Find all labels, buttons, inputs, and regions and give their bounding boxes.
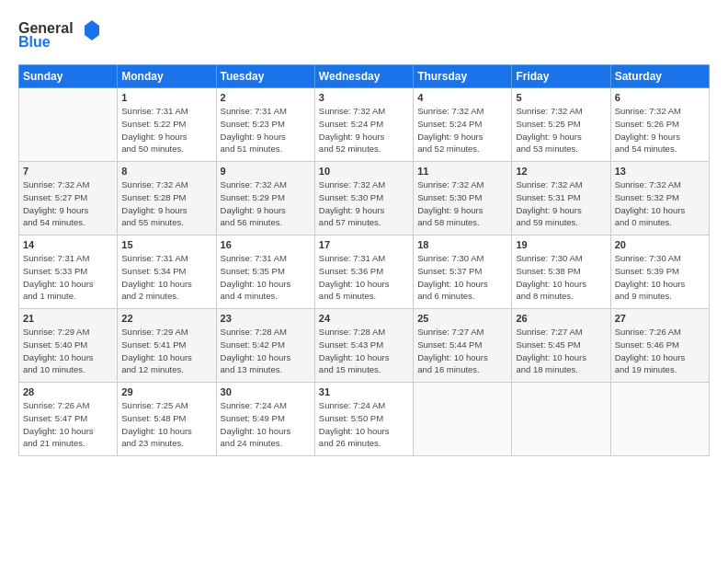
day-info: Sunrise: 7:31 AM Sunset: 5:22 PM Dayligh…	[121, 105, 211, 155]
day-number: 26	[516, 313, 606, 324]
calendar-cell: 25Sunrise: 7:27 AM Sunset: 5:44 PM Dayli…	[414, 309, 512, 383]
header-area: General Blue	[18, 15, 710, 55]
day-info: Sunrise: 7:32 AM Sunset: 5:32 PM Dayligh…	[615, 178, 705, 229]
day-number: 20	[615, 239, 705, 250]
calendar-cell: 7Sunrise: 7:32 AM Sunset: 5:27 PM Daylig…	[19, 162, 118, 236]
calendar-cell	[512, 383, 610, 456]
calendar-cell: 19Sunrise: 7:30 AM Sunset: 5:38 PM Dayli…	[512, 236, 610, 309]
day-number: 3	[319, 92, 409, 103]
calendar-cell: 24Sunrise: 7:28 AM Sunset: 5:43 PM Dayli…	[314, 309, 413, 383]
day-number: 17	[319, 239, 409, 250]
day-info: Sunrise: 7:30 AM Sunset: 5:39 PM Dayligh…	[615, 252, 705, 303]
day-number: 25	[417, 313, 507, 324]
calendar-cell: 27Sunrise: 7:26 AM Sunset: 5:46 PM Dayli…	[610, 309, 709, 383]
weekday-header-tuesday: Tuesday	[216, 65, 314, 88]
calendar-week-row: 28Sunrise: 7:26 AM Sunset: 5:47 PM Dayli…	[19, 383, 710, 456]
main-container: General Blue SundayMondayTuesdayWednesda…	[0, 0, 728, 465]
calendar-cell: 13Sunrise: 7:32 AM Sunset: 5:32 PM Dayli…	[610, 162, 709, 236]
calendar-cell: 15Sunrise: 7:31 AM Sunset: 5:34 PM Dayli…	[118, 236, 216, 309]
day-number: 14	[23, 239, 113, 250]
calendar-cell: 29Sunrise: 7:25 AM Sunset: 5:48 PM Dayli…	[118, 383, 216, 456]
calendar-cell: 10Sunrise: 7:32 AM Sunset: 5:30 PM Dayli…	[314, 162, 413, 236]
calendar-cell: 6Sunrise: 7:32 AM Sunset: 5:26 PM Daylig…	[610, 88, 709, 162]
day-info: Sunrise: 7:26 AM Sunset: 5:47 PM Dayligh…	[23, 399, 113, 450]
day-number: 4	[417, 92, 507, 103]
calendar-cell: 17Sunrise: 7:31 AM Sunset: 5:36 PM Dayli…	[314, 236, 413, 309]
day-number: 8	[121, 166, 211, 177]
day-info: Sunrise: 7:28 AM Sunset: 5:42 PM Dayligh…	[221, 326, 311, 376]
weekday-header-thursday: Thursday	[414, 65, 512, 88]
day-number: 6	[615, 92, 705, 103]
day-number: 12	[516, 166, 606, 177]
day-number: 19	[516, 239, 606, 250]
calendar-cell: 14Sunrise: 7:31 AM Sunset: 5:33 PM Dayli…	[19, 236, 118, 309]
calendar-cell: 3Sunrise: 7:32 AM Sunset: 5:24 PM Daylig…	[314, 88, 413, 162]
calendar-cell: 18Sunrise: 7:30 AM Sunset: 5:37 PM Dayli…	[414, 236, 512, 309]
day-number: 29	[121, 386, 211, 397]
weekday-header-wednesday: Wednesday	[314, 65, 413, 88]
weekday-header-sunday: Sunday	[19, 65, 118, 88]
weekday-header-monday: Monday	[118, 65, 216, 88]
calendar-cell: 30Sunrise: 7:24 AM Sunset: 5:49 PM Dayli…	[216, 383, 314, 456]
calendar-cell: 11Sunrise: 7:32 AM Sunset: 5:30 PM Dayli…	[414, 162, 512, 236]
svg-text:Blue: Blue	[18, 34, 51, 50]
calendar-table: SundayMondayTuesdayWednesdayThursdayFrid…	[18, 64, 710, 456]
calendar-cell: 1Sunrise: 7:31 AM Sunset: 5:22 PM Daylig…	[118, 88, 216, 162]
calendar-cell: 9Sunrise: 7:32 AM Sunset: 5:29 PM Daylig…	[216, 162, 314, 236]
day-number: 15	[121, 239, 211, 250]
day-info: Sunrise: 7:32 AM Sunset: 5:24 PM Dayligh…	[417, 105, 507, 155]
calendar-cell	[610, 383, 709, 456]
day-info: Sunrise: 7:32 AM Sunset: 5:31 PM Dayligh…	[516, 178, 606, 229]
day-info: Sunrise: 7:27 AM Sunset: 5:44 PM Dayligh…	[417, 326, 507, 376]
day-number: 2	[221, 92, 311, 103]
day-number: 18	[417, 239, 507, 250]
calendar-cell: 20Sunrise: 7:30 AM Sunset: 5:39 PM Dayli…	[610, 236, 709, 309]
day-number: 24	[319, 313, 409, 324]
calendar-cell: 8Sunrise: 7:32 AM Sunset: 5:28 PM Daylig…	[118, 162, 216, 236]
calendar-cell: 21Sunrise: 7:29 AM Sunset: 5:40 PM Dayli…	[19, 309, 118, 383]
day-number: 30	[221, 386, 311, 397]
weekday-header-row: SundayMondayTuesdayWednesdayThursdayFrid…	[19, 65, 710, 88]
day-number: 9	[221, 166, 311, 177]
day-info: Sunrise: 7:28 AM Sunset: 5:43 PM Dayligh…	[319, 326, 409, 376]
day-info: Sunrise: 7:25 AM Sunset: 5:48 PM Dayligh…	[121, 399, 211, 450]
day-info: Sunrise: 7:30 AM Sunset: 5:37 PM Dayligh…	[417, 252, 507, 303]
day-info: Sunrise: 7:31 AM Sunset: 5:36 PM Dayligh…	[319, 252, 409, 303]
day-number: 11	[417, 166, 507, 177]
day-number: 1	[121, 92, 211, 103]
calendar-cell: 12Sunrise: 7:32 AM Sunset: 5:31 PM Dayli…	[512, 162, 610, 236]
day-info: Sunrise: 7:29 AM Sunset: 5:41 PM Dayligh…	[121, 326, 211, 376]
day-info: Sunrise: 7:32 AM Sunset: 5:30 PM Dayligh…	[417, 178, 507, 229]
weekday-header-saturday: Saturday	[610, 65, 709, 88]
day-info: Sunrise: 7:32 AM Sunset: 5:26 PM Dayligh…	[615, 105, 705, 155]
day-number: 16	[221, 239, 311, 250]
day-info: Sunrise: 7:31 AM Sunset: 5:23 PM Dayligh…	[221, 105, 311, 155]
calendar-cell: 26Sunrise: 7:27 AM Sunset: 5:45 PM Dayli…	[512, 309, 610, 383]
calendar-cell: 16Sunrise: 7:31 AM Sunset: 5:35 PM Dayli…	[216, 236, 314, 309]
calendar-cell	[19, 88, 118, 162]
day-info: Sunrise: 7:31 AM Sunset: 5:35 PM Dayligh…	[221, 252, 311, 303]
day-number: 27	[615, 313, 705, 324]
day-number: 22	[121, 313, 211, 324]
day-info: Sunrise: 7:24 AM Sunset: 5:49 PM Dayligh…	[221, 399, 311, 450]
calendar-cell	[414, 383, 512, 456]
day-info: Sunrise: 7:32 AM Sunset: 5:25 PM Dayligh…	[516, 105, 606, 155]
day-number: 28	[23, 386, 113, 397]
calendar-cell: 31Sunrise: 7:24 AM Sunset: 5:50 PM Dayli…	[314, 383, 413, 456]
day-info: Sunrise: 7:26 AM Sunset: 5:46 PM Dayligh…	[615, 326, 705, 376]
calendar-week-row: 14Sunrise: 7:31 AM Sunset: 5:33 PM Dayli…	[19, 236, 710, 309]
day-number: 31	[319, 386, 409, 397]
calendar-cell: 22Sunrise: 7:29 AM Sunset: 5:41 PM Dayli…	[118, 309, 216, 383]
calendar-cell: 28Sunrise: 7:26 AM Sunset: 5:47 PM Dayli…	[19, 383, 118, 456]
day-info: Sunrise: 7:31 AM Sunset: 5:33 PM Dayligh…	[23, 252, 113, 303]
day-number: 5	[516, 92, 606, 103]
day-number: 13	[615, 166, 705, 177]
logo-general-text: General Blue	[18, 15, 110, 55]
calendar-week-row: 7Sunrise: 7:32 AM Sunset: 5:27 PM Daylig…	[19, 162, 710, 236]
svg-marker-1	[85, 20, 99, 40]
day-info: Sunrise: 7:29 AM Sunset: 5:40 PM Dayligh…	[23, 326, 113, 376]
day-info: Sunrise: 7:27 AM Sunset: 5:45 PM Dayligh…	[516, 326, 606, 376]
calendar-week-row: 1Sunrise: 7:31 AM Sunset: 5:22 PM Daylig…	[19, 88, 710, 162]
day-number: 23	[221, 313, 311, 324]
day-number: 21	[23, 313, 113, 324]
